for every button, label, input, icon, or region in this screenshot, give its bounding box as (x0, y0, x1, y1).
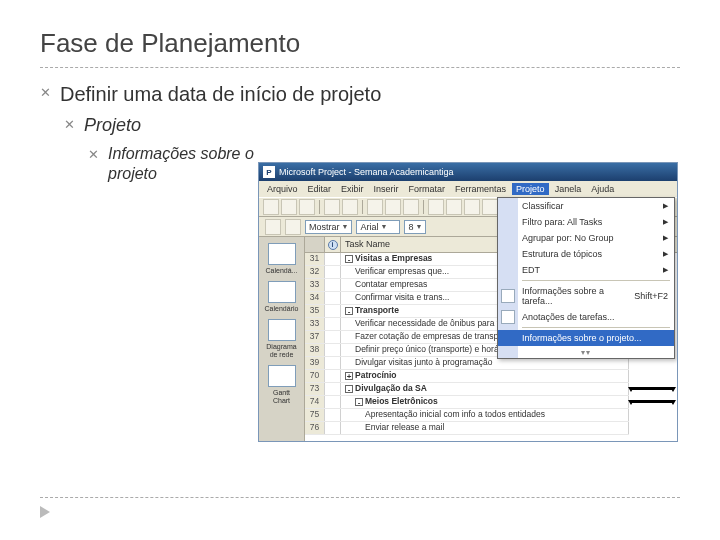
toolbar-btn[interactable] (367, 199, 383, 215)
menu-separator (522, 280, 670, 281)
cell-id: 73 (305, 383, 325, 395)
table-row[interactable]: 74-Meios Eletrônicos (305, 396, 629, 409)
projeto-menu-dropdown[interactable]: Classificar▶Filtro para: All Tasks▶Agrup… (497, 197, 675, 359)
bullet-level-2: ✕ Projeto (64, 114, 680, 136)
outline-toggle-icon[interactable]: - (355, 398, 363, 406)
menu-arquivo[interactable]: Arquivo (263, 183, 302, 195)
menu-bar[interactable]: ArquivoEditarExibirInserirFormatarFerram… (259, 181, 677, 197)
bullet-level-1: ✕ Definir uma data de início de projeto (40, 82, 680, 106)
outline-toggle-icon[interactable]: - (345, 385, 353, 393)
toolbar-btn[interactable] (464, 199, 480, 215)
menu-exibir[interactable]: Exibir (337, 183, 368, 195)
table-row[interactable]: 75Apresentação inicial com info a todos … (305, 409, 629, 422)
menu-item[interactable]: Classificar▶ (498, 198, 674, 214)
menu-separator (522, 327, 670, 328)
toolbar-btn[interactable] (482, 199, 498, 215)
fontsize-combo[interactable]: 8▼ (404, 220, 426, 234)
corner-triangle-icon (40, 506, 50, 518)
toolbar-btn[interactable] (299, 199, 315, 215)
cell-indicator (325, 305, 341, 317)
toolbar-btn[interactable] (263, 199, 279, 215)
view-icon (268, 281, 296, 303)
info-icon: i (328, 240, 338, 250)
col-indicator[interactable]: i (325, 237, 341, 252)
toolbar-btn[interactable] (265, 219, 281, 235)
menu-item[interactable]: Agrupar por: No Group▶ (498, 230, 674, 246)
menu-item-label: Estrutura de tópicos (522, 249, 602, 259)
menu-item[interactable]: EDT▶ (498, 262, 674, 278)
menu-item-label: Classificar (522, 201, 564, 211)
cell-id: 32 (305, 266, 325, 278)
cell-task-name[interactable]: -Divulgação da SA (341, 383, 629, 395)
cell-indicator (325, 266, 341, 278)
view-icon (268, 243, 296, 265)
footer-divider (40, 497, 680, 498)
submenu-arrow-icon: ▶ (663, 218, 668, 226)
menu-item[interactable]: Informações sobre a tarefa...Shift+F2 (498, 283, 674, 309)
toolbar-btn[interactable] (285, 219, 301, 235)
view-button[interactable]: Gantt Chart (265, 365, 299, 405)
window-titlebar[interactable]: P Microsoft Project - Semana Academicant… (259, 163, 677, 181)
msproject-window: P Microsoft Project - Semana Academicant… (258, 162, 678, 442)
col-id[interactable] (305, 237, 325, 252)
menu-item[interactable]: Anotações de tarefas... (498, 309, 674, 325)
view-button[interactable]: Diagrama de rede (265, 319, 299, 359)
menu-item-shortcut: Shift+F2 (634, 291, 668, 301)
menu-projeto[interactable]: Projeto (512, 183, 549, 195)
cell-task-name[interactable]: Apresentação inicial com info a todos en… (341, 409, 629, 421)
font-combo[interactable]: Arial▼ (356, 220, 400, 234)
view-bar[interactable]: Calendá...CalendárioDiagrama de redeGant… (259, 237, 305, 441)
view-label: Diagrama de rede (265, 343, 299, 359)
menu-item[interactable]: Estrutura de tópicos▶ (498, 246, 674, 262)
view-icon (268, 365, 296, 387)
slide-container: Fase de Planejamento ✕ Definir uma data … (0, 0, 720, 540)
menu-item[interactable]: Filtro para: All Tasks▶ (498, 214, 674, 230)
cell-indicator (325, 409, 341, 421)
toolbar-btn[interactable] (403, 199, 419, 215)
view-label: Gantt Chart (265, 389, 299, 405)
cell-task-name[interactable]: -Meios Eletrônicos (341, 396, 629, 408)
menu-expand[interactable]: ▾▾ (498, 346, 674, 358)
bullet-1-text: Definir uma data de início de projeto (60, 82, 381, 106)
cell-id: 31 (305, 253, 325, 265)
view-button[interactable]: Calendário (265, 281, 299, 313)
table-row[interactable]: 73-Divulgação da SA (305, 383, 629, 396)
menu-janela[interactable]: Janela (551, 183, 586, 195)
outline-toggle-icon[interactable]: - (345, 255, 353, 263)
cell-task-name[interactable]: Enviar release a mail (341, 422, 629, 434)
menu-ajuda[interactable]: Ajuda (587, 183, 618, 195)
cell-id: 70 (305, 370, 325, 382)
menu-editar[interactable]: Editar (304, 183, 336, 195)
toolbar-btn[interactable] (281, 199, 297, 215)
show-combo[interactable]: Mostrar▼ (305, 220, 352, 234)
menu-ferramentas[interactable]: Ferramentas (451, 183, 510, 195)
cell-indicator (325, 357, 341, 369)
toolbar-btn[interactable] (428, 199, 444, 215)
view-button[interactable]: Calendá... (265, 243, 299, 275)
toolbar-btn[interactable] (342, 199, 358, 215)
bullet-glyph-3: ✕ (88, 144, 98, 166)
toolbar-btn[interactable] (324, 199, 340, 215)
cell-id: 76 (305, 422, 325, 434)
submenu-arrow-icon: ▶ (663, 250, 668, 258)
cell-id: 37 (305, 331, 325, 343)
menu-item-icon (501, 310, 515, 324)
chevron-down-icon: ▼ (380, 223, 387, 230)
outline-toggle-icon[interactable]: - (345, 307, 353, 315)
cell-indicator (325, 253, 341, 265)
cell-task-name[interactable]: +Patrocínio (341, 370, 629, 382)
table-row[interactable]: 76Enviar release a mail (305, 422, 629, 435)
table-row[interactable]: 70+Patrocínio (305, 370, 629, 383)
menu-formatar[interactable]: Formatar (405, 183, 450, 195)
cell-indicator (325, 370, 341, 382)
menu-inserir[interactable]: Inserir (370, 183, 403, 195)
toolbar-btn[interactable] (385, 199, 401, 215)
toolbar-sep (423, 200, 424, 214)
outline-toggle-icon[interactable]: + (345, 372, 353, 380)
bullet-glyph-1: ✕ (40, 82, 50, 104)
toolbar-btn[interactable] (446, 199, 462, 215)
gantt-summary-bar (631, 387, 673, 390)
view-label: Calendário (265, 305, 299, 313)
menu-item[interactable]: Informações sobre o projeto... (498, 330, 674, 346)
chevron-down-icon: ▼ (415, 223, 422, 230)
